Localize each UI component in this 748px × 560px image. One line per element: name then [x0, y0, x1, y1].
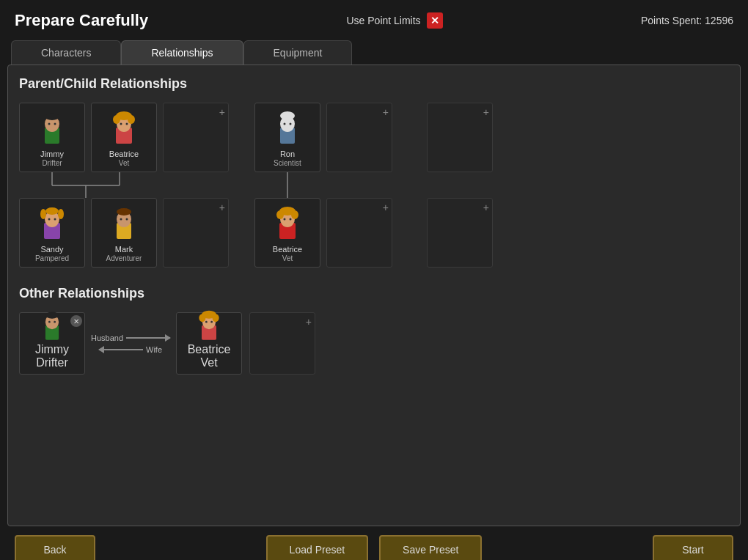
jimmy-name: Jimmy [40, 150, 64, 159]
beatrice-other-name: Beatrice [188, 343, 231, 356]
tab-bar: Characters Relationships Equipment [0, 40, 748, 65]
parent-child-section: Parent/Child Relationships [19, 76, 729, 268]
other-rel-title: Other Relationships [19, 286, 729, 301]
svg-point-30 [126, 218, 128, 220]
svg-point-9 [128, 115, 135, 124]
rel-card-beatrice-other[interactable]: Beatrice Vet [176, 312, 242, 375]
use-point-limits-toggle[interactable]: ✕ [427, 12, 443, 29]
add-icon-3: + [483, 106, 489, 118]
wife-label: Wife [99, 345, 162, 354]
use-point-limits-label: Use Point Limits [346, 15, 420, 26]
ron-sprite [269, 109, 306, 150]
ron-role: Scientist [274, 159, 301, 167]
mark-name: Mark [115, 245, 133, 254]
char-card-beatrice-parent[interactable]: Beatrice Vet [91, 103, 157, 172]
add-parent-slot-2[interactable]: + [326, 103, 392, 172]
arrow-right-icon [126, 337, 170, 339]
footer-center-buttons: Load Preset Save Preset [266, 535, 483, 560]
back-button[interactable]: Back [15, 535, 95, 560]
add-child-icon-2: + [383, 202, 389, 213]
char-card-beatrice-child[interactable]: Beatrice Vet [254, 198, 320, 268]
beatrice-other-sprite [191, 310, 227, 343]
jimmy-other-sprite [34, 310, 70, 343]
add-child-icon-1: + [219, 202, 225, 213]
char-card-jimmy-parent[interactable]: Jimmy Drifter [19, 103, 85, 172]
svg-point-25 [54, 218, 56, 220]
beatrice-child-role: Vet [282, 254, 293, 262]
svg-point-55 [210, 320, 213, 323]
tree-connector-3 [427, 172, 500, 198]
add-parent-slot-1[interactable]: + [163, 103, 229, 172]
mark-role: Adventurer [106, 254, 142, 262]
tab-equipment[interactable]: Equipment [243, 40, 353, 65]
husband-label: Husband [91, 334, 170, 342]
beatrice-child-name: Beatrice [273, 245, 302, 254]
family-1: Jimmy Drifter [19, 103, 229, 268]
add-parent-slot-3[interactable]: + [427, 103, 493, 172]
add-child-slot-1[interactable]: + [163, 198, 229, 268]
svg-point-52 [199, 314, 205, 322]
svg-point-10 [120, 122, 122, 125]
other-rel-section: Other Relationships ✕ Jimmy Drifter [19, 286, 729, 375]
points-spent: Points Spent: 12596 [641, 15, 733, 26]
add-child-slot-3[interactable]: + [427, 198, 493, 268]
svg-point-47 [48, 320, 51, 323]
tree-connector-1 [19, 172, 166, 198]
remove-jimmy-btn[interactable]: ✕ [70, 315, 82, 327]
svg-point-48 [54, 320, 56, 323]
mark-sprite [106, 205, 142, 245]
family-3-empty: + + [427, 103, 500, 268]
jimmy-sprite [34, 109, 70, 150]
ron-name: Ron [280, 150, 295, 159]
tab-relationships[interactable]: Relationships [121, 40, 243, 65]
add-rel-icon: + [306, 316, 312, 328]
beatrice-parent-role: Vet [119, 159, 129, 167]
load-preset-button[interactable]: Load Preset [266, 535, 369, 560]
svg-point-40 [276, 210, 284, 219]
svg-point-35 [290, 122, 292, 125]
svg-point-22 [40, 209, 46, 219]
relationship-arrows: Husband Wife [85, 334, 176, 354]
app-title: Prepare Carefully [15, 11, 148, 30]
add-rel-slot[interactable]: + [249, 312, 315, 375]
svg-point-3 [48, 122, 51, 125]
svg-point-4 [54, 122, 56, 125]
svg-point-46 [45, 312, 59, 318]
add-icon-1: + [219, 106, 225, 118]
svg-point-8 [113, 115, 120, 124]
svg-point-33 [280, 111, 295, 120]
svg-point-43 [290, 218, 292, 220]
add-child-slot-2[interactable]: + [326, 198, 392, 268]
svg-point-53 [213, 314, 219, 322]
svg-point-34 [284, 122, 286, 125]
point-limits-section: Use Point Limits ✕ [346, 12, 442, 29]
svg-point-54 [205, 320, 208, 323]
char-card-mark[interactable]: Mark Adventurer [91, 198, 157, 268]
save-preset-button[interactable]: Save Preset [379, 535, 482, 560]
char-card-ron[interactable]: Ron Scientist [254, 103, 320, 172]
svg-point-23 [58, 209, 64, 219]
sandy-name: Sandy [40, 245, 63, 254]
beatrice-parent-name: Beatrice [109, 150, 139, 159]
parent-child-title: Parent/Child Relationships [19, 76, 729, 92]
arrow-left-icon [99, 349, 143, 350]
svg-point-21 [45, 207, 59, 215]
add-child-icon-3: + [483, 202, 489, 213]
rel-card-jimmy[interactable]: ✕ Jimmy Drifter [19, 312, 85, 375]
jimmy-other-role: Drifter [36, 356, 68, 369]
tree-connector-2 [254, 172, 401, 198]
char-card-sandy[interactable]: Sandy Pampered [19, 198, 85, 268]
svg-point-11 [126, 122, 128, 125]
start-button[interactable]: Start [653, 535, 733, 560]
tab-characters[interactable]: Characters [11, 40, 121, 65]
beatrice-other-role: Vet [200, 356, 217, 369]
svg-point-2 [45, 113, 59, 120]
jimmy-role: Drifter [42, 159, 62, 167]
svg-point-28 [117, 208, 131, 215]
header: Prepare Carefully Use Point Limits ✕ Poi… [0, 0, 748, 40]
main-content: Parent/Child Relationships [7, 65, 741, 526]
beatrice-parent-sprite [106, 109, 142, 150]
family-2: Ron Scientist + [254, 103, 401, 268]
svg-point-29 [120, 218, 122, 220]
svg-point-42 [284, 218, 286, 220]
